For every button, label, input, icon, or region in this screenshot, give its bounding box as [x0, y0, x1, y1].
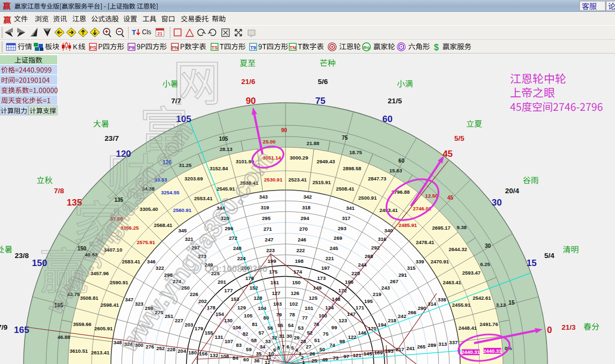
svg-text:23/7: 23/7: [104, 134, 118, 142]
svg-text:46.88: 46.88: [57, 334, 70, 340]
svg-text:342: 342: [303, 194, 312, 200]
svg-text:2593.47: 2593.47: [462, 270, 481, 276]
svg-text:226: 226: [190, 291, 198, 297]
svg-text:2485.91: 2485.91: [399, 222, 417, 228]
svg-text:2898.58: 2898.58: [343, 165, 361, 171]
svg-text:53: 53: [298, 325, 304, 331]
svg-text:317: 317: [342, 215, 350, 221]
svg-text:32: 32: [272, 335, 278, 340]
svg-text:K: K: [73, 43, 78, 51]
svg-text:6: 6: [287, 344, 289, 350]
svg-text:PN: PN: [171, 45, 178, 50]
svg-text:3.13: 3.13: [496, 302, 506, 308]
svg-text:173: 173: [317, 275, 326, 281]
svg-text:127: 127: [272, 290, 280, 296]
svg-text:84: 84: [232, 355, 238, 361]
svg-text:2847.73: 2847.73: [368, 176, 386, 181]
svg-text:4: 4: [295, 347, 298, 353]
svg-text:171: 171: [356, 305, 365, 310]
svg-text:222: 222: [296, 247, 305, 253]
svg-text:2455.91: 2455.91: [452, 302, 471, 308]
svg-text:2613.41: 2613.41: [91, 350, 110, 355]
svg-text:98: 98: [340, 338, 346, 344]
svg-text:152: 152: [250, 285, 258, 291]
svg-text:21: 21: [158, 31, 163, 36]
svg-text:25.00: 25.00: [263, 139, 276, 145]
svg-text:170: 170: [368, 325, 377, 331]
svg-text:223: 223: [266, 247, 275, 253]
svg-text:177: 177: [224, 287, 233, 293]
svg-text:30: 30: [287, 333, 292, 339]
svg-text:292: 292: [371, 245, 380, 251]
svg-text:5: 5: [291, 345, 294, 351]
svg-text:220: 220: [351, 270, 360, 276]
svg-text:2583.41: 2583.41: [122, 259, 141, 264]
svg-text:135: 135: [67, 198, 82, 208]
svg-text:131: 131: [215, 334, 224, 340]
svg-text:341: 341: [346, 205, 355, 211]
svg-text:248: 248: [233, 245, 242, 251]
svg-text:272: 272: [229, 235, 237, 241]
svg-text:33: 33: [265, 338, 271, 344]
svg-text:3000.29: 3000.29: [290, 155, 308, 161]
svg-text:2515.91: 2515.91: [312, 179, 331, 185]
svg-text:265: 265: [417, 344, 426, 350]
svg-text:203: 203: [185, 322, 193, 328]
svg-text:3254.55: 3254.55: [161, 189, 180, 195]
svg-text:76: 76: [313, 321, 319, 327]
svg-text:99: 99: [332, 324, 338, 330]
svg-text:121: 121: [353, 352, 362, 358]
svg-text:150: 150: [292, 279, 301, 285]
svg-text:2470.91: 2470.91: [431, 259, 449, 264]
svg-text:2500.91: 2500.91: [358, 195, 377, 201]
svg-text:26: 26: [310, 351, 316, 357]
svg-text:TS: TS: [212, 45, 218, 50]
svg-text:180: 180: [189, 350, 197, 355]
svg-text:2575.91: 2575.91: [137, 239, 155, 245]
svg-text:294: 294: [301, 215, 310, 221]
svg-text:125: 125: [309, 295, 318, 301]
svg-text:12: 12: [265, 359, 271, 364]
svg-text:3508.81: 3508.81: [80, 295, 99, 301]
svg-text:2440.31: 2440.31: [483, 348, 502, 354]
svg-text:2560.91: 2560.91: [173, 207, 192, 213]
svg-text:PS: PS: [89, 45, 96, 50]
svg-text:30: 30: [485, 243, 491, 249]
svg-text:148: 148: [332, 296, 340, 302]
svg-text:197: 197: [321, 265, 330, 271]
svg-text:36: 36: [254, 358, 260, 363]
svg-text:221: 221: [325, 255, 334, 261]
svg-text:314: 314: [428, 301, 437, 307]
svg-text:242: 242: [398, 313, 407, 319]
svg-text:57: 57: [259, 330, 265, 336]
svg-text:51: 51: [314, 337, 320, 343]
svg-text:291: 291: [399, 272, 408, 278]
svg-text:81: 81: [252, 321, 258, 327]
svg-text:83: 83: [236, 342, 242, 348]
svg-text:2695.17: 2695.17: [432, 225, 451, 231]
svg-text:102: 102: [289, 301, 298, 307]
svg-text:3152.84: 3152.84: [209, 165, 228, 171]
svg-text:123: 123: [339, 317, 347, 323]
svg-text:241: 241: [406, 345, 415, 351]
svg-text:5/6: 5/6: [318, 78, 328, 86]
svg-text:316: 316: [378, 236, 386, 242]
svg-text:193: 193: [385, 348, 394, 354]
svg-text:343: 343: [259, 194, 268, 200]
svg-text:247: 247: [265, 237, 273, 242]
svg-text:228: 228: [167, 346, 176, 352]
svg-text:28: 28: [301, 338, 306, 344]
svg-text:25: 25: [311, 358, 317, 363]
svg-text:23/8: 23/8: [14, 252, 29, 260]
svg-text:319: 319: [260, 204, 269, 210]
svg-text:227: 227: [175, 317, 183, 323]
svg-text:T9: T9: [250, 45, 256, 50]
svg-text:2523.41: 2523.41: [288, 177, 307, 183]
svg-text:50: 50: [319, 346, 325, 352]
svg-text:21/6: 21/6: [241, 78, 256, 86]
svg-text:2605.91: 2605.91: [94, 325, 113, 331]
svg-text:2508.41: 2508.41: [336, 186, 355, 192]
svg-text:90: 90: [281, 127, 288, 133]
svg-text:34: 34: [260, 344, 266, 350]
svg-text:2598.41: 2598.41: [101, 302, 119, 308]
